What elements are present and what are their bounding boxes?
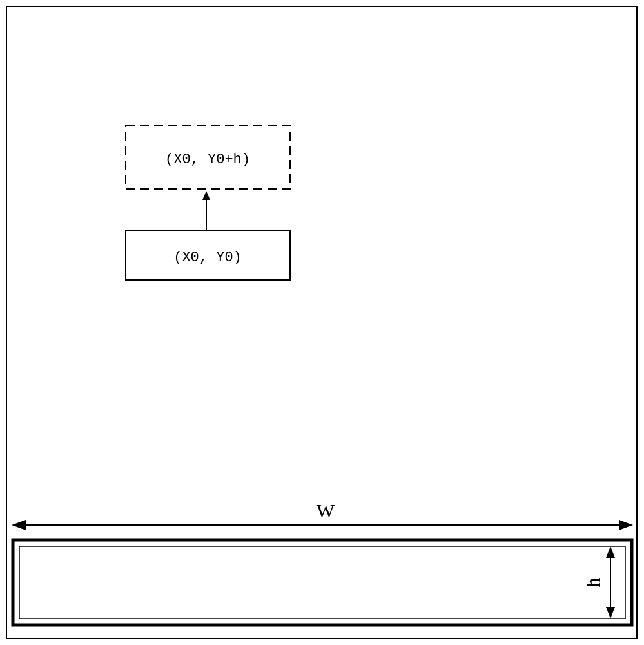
height-label: h — [582, 578, 603, 588]
bottom-bar-outer — [13, 540, 632, 625]
outer-frame — [6, 6, 637, 639]
width-dimension: W — [12, 500, 633, 530]
move-arrow-icon — [202, 191, 210, 230]
bottom-bar-inner — [19, 546, 625, 619]
width-label: W — [317, 500, 335, 521]
height-dimension: h — [582, 546, 615, 619]
diagram-stage: (X0, Y0+h) (X0, Y0) W h — [0, 0, 644, 645]
svg-marker-1 — [202, 191, 210, 200]
svg-marker-6 — [606, 546, 615, 558]
svg-marker-3 — [12, 520, 26, 530]
diagram-svg: (X0, Y0+h) (X0, Y0) W h — [0, 0, 644, 645]
start-box-label: (X0, Y0) — [173, 250, 242, 266]
svg-marker-4 — [619, 520, 633, 530]
svg-marker-7 — [606, 607, 615, 619]
target-box-label: (X0, Y0+h) — [165, 152, 250, 168]
